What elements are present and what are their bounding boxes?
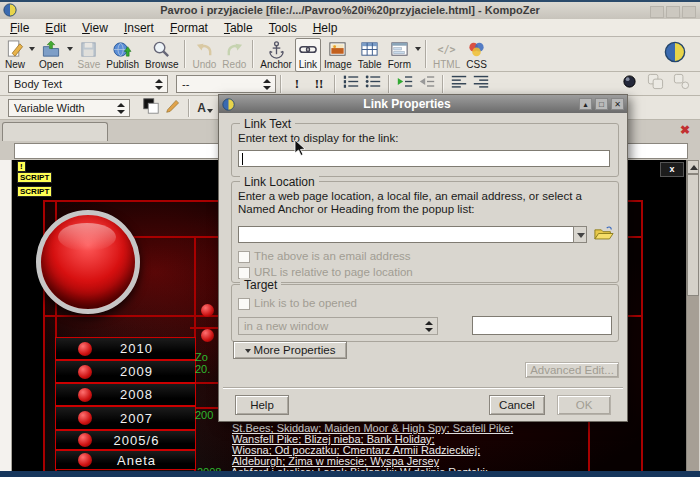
link-location-input[interactable]	[238, 226, 574, 243]
maximize-button[interactable]	[666, 6, 680, 18]
outdent-button[interactable]	[417, 74, 437, 94]
nav-item-2008[interactable]: 2008	[55, 383, 196, 406]
nav-item-2009[interactable]: 2009	[55, 360, 196, 383]
target-group: Target Link is to be opened in a new win…	[231, 284, 619, 342]
open-link-checkbox[interactable]	[238, 298, 250, 310]
nav-item-aneta[interactable]: Aneta	[55, 450, 196, 470]
nav-label: 2008	[92, 387, 195, 402]
scroll-up-icon[interactable]	[687, 160, 699, 174]
link-label: Link	[299, 59, 317, 70]
group-objects-button[interactable]	[671, 74, 691, 94]
menu-file[interactable]: File	[2, 20, 37, 36]
align-right-button[interactable]	[471, 74, 491, 94]
layers-button[interactable]	[645, 74, 665, 94]
menu-tools[interactable]: Tools	[261, 20, 305, 36]
window-titlebar[interactable]: Pavroo i przyjaciele [file:/.../Pavroo%2…	[0, 2, 700, 20]
menu-help[interactable]: Help	[305, 20, 346, 36]
left-gutter	[0, 160, 12, 477]
cancel-button[interactable]: Cancel	[489, 395, 545, 415]
help-label: Help	[250, 399, 274, 411]
spinner-icon	[117, 103, 125, 114]
form-button[interactable]: Form	[385, 38, 414, 72]
dialog-titlebar[interactable]: Link Properties	[219, 95, 627, 113]
sphere-color-button[interactable]	[619, 74, 639, 94]
email-checkbox[interactable]	[238, 251, 250, 263]
ok-button[interactable]: OK	[557, 395, 611, 415]
highlight-pencil-button[interactable]	[163, 98, 183, 118]
open-dropdown-icon[interactable]	[67, 47, 73, 51]
open-folder-icon	[41, 40, 61, 59]
strong-emphasis-button[interactable]: !!	[309, 74, 329, 94]
redo-button[interactable]: Redo	[219, 38, 249, 72]
nav-item-2010[interactable]: 2010	[55, 337, 196, 360]
target-name-input[interactable]	[472, 316, 612, 335]
browse-button[interactable]: Browse	[142, 38, 181, 72]
link-text-group: Link Text Enter text to display for the …	[231, 123, 619, 177]
menu-table[interactable]: Table	[216, 20, 261, 36]
minimize-button[interactable]	[650, 6, 664, 18]
menu-view[interactable]: View	[74, 20, 116, 36]
tab-close-icon[interactable]: ✖	[680, 122, 690, 138]
vertical-scrollbar[interactable]	[686, 160, 699, 477]
choose-file-button[interactable]	[594, 225, 614, 246]
width-select[interactable]: Variable Width	[8, 99, 130, 117]
menu-edit[interactable]: Edit	[37, 20, 74, 36]
mouse-cursor	[294, 139, 306, 161]
publish-label: Publish	[106, 59, 139, 70]
publish-globe-icon	[112, 40, 133, 59]
color-swatch-button[interactable]	[141, 98, 161, 118]
new-dropdown-icon[interactable]	[29, 47, 35, 51]
more-properties-button[interactable]: More Properties	[233, 341, 347, 359]
font-value: --	[182, 78, 189, 90]
dialog-close-icon[interactable]	[611, 98, 624, 110]
dialog-maximize-icon[interactable]	[595, 98, 608, 110]
cancel-label: Cancel	[499, 399, 535, 411]
target-window-select[interactable]: in a new window	[238, 317, 438, 335]
open-button[interactable]: Open	[36, 38, 66, 72]
menu-insert[interactable]: Insert	[116, 20, 162, 36]
pencil-icon	[165, 97, 182, 118]
dialog-shade-icon[interactable]	[579, 98, 592, 110]
indent-button[interactable]	[395, 74, 415, 94]
css-palette-icon	[467, 40, 486, 59]
save-label: Save	[77, 59, 100, 70]
undo-button[interactable]: Undo	[189, 38, 219, 72]
image-button[interactable]: Image	[321, 38, 355, 72]
anchor-button[interactable]: Anchor	[257, 38, 295, 72]
html-source-button[interactable]: HTML	[430, 38, 463, 72]
close-button[interactable]	[682, 6, 696, 18]
css-button[interactable]: CSS	[463, 38, 490, 72]
emphasis-button[interactable]: !	[287, 74, 307, 94]
anchor-icon	[267, 40, 286, 59]
align-left-button[interactable]	[449, 74, 469, 94]
strong-emphasis-glyph: !!	[315, 76, 324, 92]
link-location-group: Link Location Enter a web page location,…	[231, 181, 619, 283]
form-dropdown-icon[interactable]	[415, 47, 421, 51]
target-window-value: in a new window	[244, 320, 328, 332]
new-button[interactable]: New	[2, 38, 28, 72]
help-button[interactable]: Help	[235, 395, 289, 415]
nav-label: 2010	[92, 341, 195, 356]
publish-button[interactable]: Publish	[103, 38, 142, 72]
nav-item-2005-6[interactable]: 2005/6	[55, 430, 196, 450]
bullet-list-button[interactable]	[363, 74, 383, 94]
link-button[interactable]: Link	[295, 38, 321, 72]
table-grid-icon	[360, 40, 379, 59]
document-tab[interactable]	[2, 122, 108, 142]
text-caret	[242, 153, 243, 165]
bullet-icon	[201, 329, 214, 342]
location-dropdown-icon[interactable]	[573, 226, 587, 243]
spinner-icon	[155, 79, 163, 90]
decrease-font-button[interactable]: A	[195, 98, 215, 118]
numbered-list-button[interactable]	[341, 74, 361, 94]
advanced-edit-button[interactable]: Advanced Edit...	[525, 362, 619, 378]
advanced-edit-label: Advanced Edit...	[530, 364, 614, 376]
table-button[interactable]: Table	[355, 38, 385, 72]
font-select[interactable]: --	[176, 75, 276, 93]
scrollbar-thumb[interactable]	[687, 174, 699, 296]
save-button[interactable]: Save	[74, 38, 103, 72]
menu-format[interactable]: Format	[162, 20, 216, 36]
paragraph-format-select[interactable]: Body Text	[8, 75, 168, 93]
nav-label: 2007	[92, 411, 195, 426]
nav-item-2007[interactable]: 2007	[55, 406, 196, 430]
